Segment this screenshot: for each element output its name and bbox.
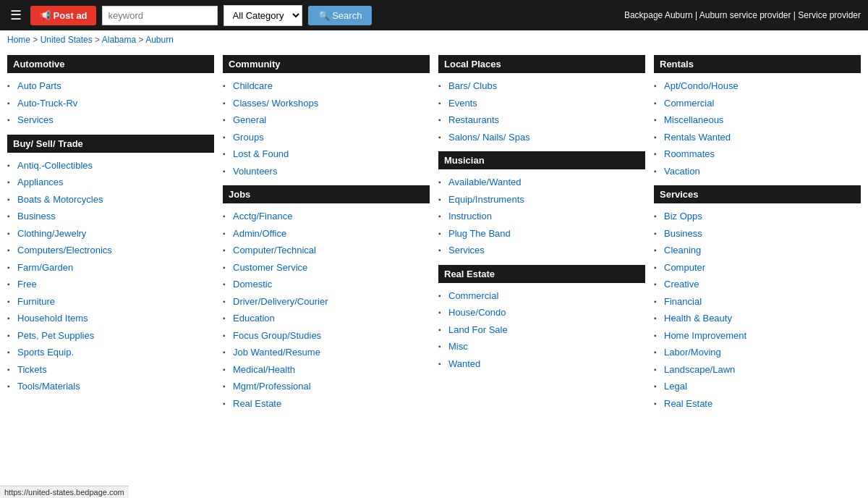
childcare-link[interactable]: Childcare [233,80,273,91]
farm-garden-link[interactable]: Farm/Garden [17,262,73,273]
list-item: Computers/Electronics [7,242,214,259]
section-header-musician: Musician [438,151,645,169]
house-condo-link[interactable]: House/Condo [448,307,506,318]
list-item: House/Condo [438,304,645,321]
bars-clubs-link[interactable]: Bars/ Clubs [448,80,497,91]
real-estate-list: Commercial House/Condo Land For Sale Mis… [438,287,645,373]
list-item: Mgmt/Professional [223,378,430,395]
list-item: Driver/Delivery/Courier [223,293,430,311]
list-item: Cleaning [654,242,861,259]
clothing-jewelry-link[interactable]: Clothing/Jewelry [17,228,86,239]
land-for-sale-link[interactable]: Land For Sale [448,324,508,335]
service-provider-link[interactable]: Service provider [798,10,861,20]
post-ad-button[interactable]: 📢 Post ad [30,6,96,25]
medical-health-link[interactable]: Medical/Health [233,364,295,375]
household-items-link[interactable]: Household Items [17,313,88,324]
header: ☰ 📢 Post ad All Category 🔍 Search Backpa… [0,0,868,30]
misc-link[interactable]: Misc [448,341,468,352]
labor-moving-link[interactable]: Labor/Moving [664,347,721,358]
services-real-estate-link[interactable]: Real Estate [664,398,712,409]
events-link[interactable]: Events [448,98,477,109]
job-wanted-resume-link[interactable]: Job Wanted/Resume [233,347,320,358]
creative-link[interactable]: Creative [664,279,699,290]
list-item: Roommates [654,145,861,163]
boats-motorcycles-link[interactable]: Boats & Motorcycles [17,194,103,205]
legal-link[interactable]: Legal [664,381,687,392]
domestic-link[interactable]: Domestic [233,279,272,290]
search-button[interactable]: 🔍 Search [308,6,373,25]
real-estate-jobs-link[interactable]: Real Estate [233,398,281,409]
backpage-auburn-link[interactable]: Backpage Auburn [624,10,693,20]
list-item: Services [7,111,214,129]
antiq-collectibles-link[interactable]: Antiq.-Collectibles [17,160,93,171]
tools-materials-link[interactable]: Tools/Materials [17,381,80,392]
list-item: Tools/Materials [7,378,214,395]
column-4: Rentals Apt/Condo/House Commercial Misce… [650,49,865,421]
breadcrumb-alabama[interactable]: Alabama [102,35,136,45]
computer-services-link[interactable]: Computer [664,262,705,273]
home-improvement-link[interactable]: Home Improvement [664,330,746,341]
services-list: Biz Opps Business Cleaning Computer Crea… [654,208,861,412]
list-item: Lost & Found [223,145,430,163]
equip-instruments-link[interactable]: Equip/Instruments [448,194,524,205]
appliances-link[interactable]: Appliances [17,177,64,187]
apt-condo-house-link[interactable]: Apt/Condo/House [664,80,739,91]
salons-nails-spas-link[interactable]: Salons/ Nails/ Spas [448,132,530,143]
list-item: Commercial [654,95,861,112]
landscape-lawn-link[interactable]: Landscape/Lawn [664,364,735,375]
education-link[interactable]: Education [233,313,275,324]
automotive-services-link[interactable]: Services [17,114,54,125]
auto-parts-link[interactable]: Auto Parts [17,80,61,91]
breadcrumb-auburn[interactable]: Auburn [145,35,174,45]
plug-the-band-link[interactable]: Plug The Band [448,228,511,239]
vacation-link[interactable]: Vacation [664,166,700,177]
biz-opps-link[interactable]: Biz Opps [664,211,702,221]
wanted-link[interactable]: Wanted [448,358,480,369]
tickets-link[interactable]: Tickets [17,364,47,375]
acctg-finance-link[interactable]: Acctg/Finance [233,211,292,221]
customer-service-link[interactable]: Customer Service [233,262,307,273]
pets-pet-supplies-link[interactable]: Pets, Pet Supplies [17,330,94,341]
instruction-link[interactable]: Instruction [448,211,492,221]
breadcrumb-united-states[interactable]: United States [41,35,93,45]
restaurants-link[interactable]: Restaurants [448,114,499,125]
list-item: Instruction [438,208,645,225]
groups-link[interactable]: Groups [233,132,264,143]
health-beauty-link[interactable]: Health & Beauty [664,313,732,324]
general-link[interactable]: General [233,114,266,125]
mgmt-professional-link[interactable]: Mgmt/Professional [233,381,311,392]
musician-services-link[interactable]: Services [448,245,485,256]
focus-group-studies-link[interactable]: Focus Group/Studies [233,330,321,341]
rentals-wanted-link[interactable]: Rentals Wanted [664,132,731,143]
roommates-link[interactable]: Roommates [664,148,715,159]
classes-workshops-link[interactable]: Classes/ Workshops [233,98,318,109]
cleaning-link[interactable]: Cleaning [664,245,701,256]
available-wanted-link[interactable]: Available/Wanted [448,177,521,187]
list-item: Free [7,276,214,293]
menu-icon[interactable]: ☰ [7,4,25,26]
miscellaneous-link[interactable]: Miscellaneous [664,114,723,125]
sports-equip-link[interactable]: Sports Equip. [17,347,74,358]
admin-office-link[interactable]: Admin/Office [233,228,286,239]
search-input[interactable] [102,6,218,25]
computer-technical-link[interactable]: Computer/Technical [233,245,316,256]
rentals-commercial-link[interactable]: Commercial [664,98,714,109]
computers-electronics-link[interactable]: Computers/Electronics [17,245,112,256]
free-link[interactable]: Free [17,279,37,290]
list-item: Home Improvement [654,327,861,345]
breadcrumb-home[interactable]: Home [7,35,30,45]
volunteers-link[interactable]: Volunteers [233,166,277,177]
driver-delivery-courier-link[interactable]: Driver/Delivery/Courier [233,296,328,307]
category-select[interactable]: All Category [224,5,302,26]
list-item: Job Wanted/Resume [223,344,430,361]
list-item: Services [438,242,645,259]
financial-link[interactable]: Financial [664,296,702,307]
business-bst-link[interactable]: Business [17,211,56,221]
furniture-link[interactable]: Furniture [17,296,55,307]
lost-found-link[interactable]: Lost & Found [233,148,289,159]
auburn-service-link[interactable]: Auburn service provider [699,10,791,20]
services-business-link[interactable]: Business [664,228,702,239]
auto-truck-rv-link[interactable]: Auto-Truck-Rv [17,98,77,109]
buy-sell-trade-list: Antiq.-Collectibles Appliances Boats & M… [7,157,214,395]
re-commercial-link[interactable]: Commercial [448,290,498,301]
